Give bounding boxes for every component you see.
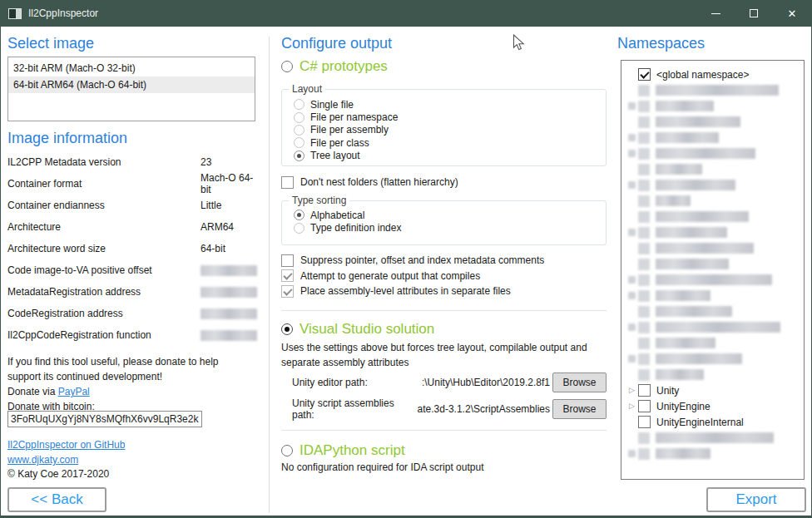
image-list-item[interactable]: 64-bit ARM64 (Mach-O 64-bit)	[8, 76, 255, 93]
redacted-checkbox	[638, 164, 650, 175]
browse-assemblies-button[interactable]: Browse	[552, 399, 607, 419]
radio-option[interactable]: Alphabetical	[294, 209, 603, 222]
namespace-item[interactable]	[621, 367, 804, 382]
namespace-item[interactable]	[621, 224, 804, 240]
namespace-item[interactable]	[621, 288, 804, 303]
namespace-item[interactable]	[621, 130, 804, 146]
radio-option[interactable]: Tree layout	[294, 150, 603, 162]
redacted-expander	[626, 150, 638, 157]
window-title: Il2CppInspector	[28, 7, 98, 19]
info-row: IL2CPP Metadata version23	[7, 151, 257, 173]
namespace-item[interactable]	[621, 146, 804, 161]
radio-option[interactable]: Single file	[294, 98, 603, 111]
flatten-checkbox-row[interactable]: Don't nest folders (flatten hierarchy)	[281, 175, 458, 190]
redacted-label	[656, 85, 779, 96]
maximize-button[interactable]	[735, 0, 773, 27]
namespace-item[interactable]	[621, 351, 804, 367]
namespace-item[interactable]	[621, 98, 804, 114]
checkbox-label: Suppress pointer, offset and index metad…	[300, 254, 544, 266]
redacted-expander-blob	[628, 292, 636, 299]
info-label: Code image-to-VA positive offset	[7, 264, 201, 276]
redacted-expander-blob	[628, 150, 636, 157]
namespace-list[interactable]: <global namespace>▷Unity▷UnityEngineUnit…	[621, 60, 805, 480]
info-label: Architecture word size	[7, 243, 201, 254]
namespace-item[interactable]	[621, 303, 804, 319]
export-button[interactable]: Export	[706, 487, 806, 512]
visual-studio-radio[interactable]: Visual Studio solution	[281, 318, 434, 340]
minimize-button[interactable]	[696, 0, 735, 27]
redacted-label	[656, 148, 755, 159]
radio-option[interactable]: File per class	[294, 136, 603, 149]
layout-groupbox-title: Layout	[289, 83, 325, 95]
back-button[interactable]: << Back	[7, 487, 106, 512]
namespace-item[interactable]	[621, 446, 804, 461]
checkbox-row[interactable]: Attempt to generate output that compiles	[281, 269, 544, 284]
checkbox-icon	[281, 285, 294, 298]
namespace-item[interactable]	[621, 193, 804, 209]
expander-icon: ▷	[626, 402, 638, 410]
info-row: Architecture word size64-bit	[7, 238, 257, 259]
namespace-item[interactable]	[621, 240, 804, 256]
info-row: MetadataRegistration address	[7, 281, 257, 303]
namespace-item[interactable]: UnityEngineInternal	[621, 414, 804, 430]
website-link[interactable]: www.djkaty.com	[7, 454, 78, 466]
namespace-item[interactable]	[621, 319, 804, 335]
namespace-item[interactable]	[621, 82, 804, 98]
checkbox-row[interactable]: Suppress pointer, offset and index metad…	[281, 253, 544, 269]
paypal-link[interactable]: PayPal	[58, 386, 90, 397]
image-list-item[interactable]: 32-bit ARM (Mach-O 32-bit)	[8, 60, 255, 76]
redacted-checkbox	[638, 211, 650, 223]
redacted-expander-blob	[628, 276, 636, 284]
app-icon	[8, 8, 22, 19]
radio-option-label: File per assembly	[310, 124, 389, 136]
redacted-label	[656, 432, 774, 443]
namespace-item[interactable]: <global namespace>	[621, 67, 804, 82]
titlebar[interactable]: Il2CppInspector ✕	[1, 0, 811, 27]
redacted-label	[656, 132, 719, 143]
radio-option[interactable]: Type definition index	[294, 222, 603, 235]
radio-icon	[294, 125, 304, 136]
unity-editor-path-value[interactable]: :\Unity\Hub\Editor\2019.2.8f1	[400, 377, 550, 388]
bitcoin-address-input[interactable]	[7, 411, 202, 427]
namespace-checkbox[interactable]	[638, 68, 651, 81]
namespace-item[interactable]	[621, 335, 804, 351]
namespace-item[interactable]	[621, 209, 804, 224]
close-button[interactable]: ✕	[773, 0, 811, 27]
redacted-checkbox	[638, 448, 650, 460]
namespace-item[interactable]	[621, 256, 804, 272]
image-list[interactable]: 32-bit ARM (Mach-O 32-bit)64-bit ARM64 (…	[7, 57, 255, 121]
namespace-label: <global namespace>	[656, 69, 749, 81]
column-separator	[269, 37, 270, 513]
namespace-item[interactable]: ▷Unity	[621, 382, 804, 398]
browse-editor-button[interactable]: Browse	[552, 372, 607, 392]
redacted-expander-blob	[628, 181, 636, 189]
namespace-checkbox[interactable]	[638, 384, 651, 397]
namespace-item[interactable]	[621, 430, 804, 446]
namespace-item[interactable]	[621, 272, 804, 288]
redacted-label	[656, 274, 772, 285]
namespace-item[interactable]	[621, 177, 804, 193]
namespace-item[interactable]	[621, 161, 804, 177]
namespace-checkbox[interactable]	[638, 400, 651, 412]
select-image-panel: Select image 32-bit ARM (Mach-O 32-bit)6…	[7, 27, 257, 516]
unity-assemblies-path-value[interactable]: ate.3d-3.1.2\ScriptAssemblies	[400, 403, 550, 415]
namespace-item[interactable]	[621, 114, 804, 130]
app-icon-left	[9, 9, 16, 18]
checkbox-label: Place assembly-level attributes in separ…	[300, 285, 511, 297]
redacted-label	[656, 180, 735, 190]
radio-option[interactable]: File per namespace	[294, 111, 603, 123]
app-icon-right	[16, 9, 21, 18]
section-divider-1	[281, 310, 607, 311]
idapython-radio[interactable]: IDAPython script	[281, 440, 405, 461]
checkbox-row[interactable]: Place assembly-level attributes in separ…	[281, 284, 544, 299]
redacted-label	[656, 290, 710, 301]
namespace-item[interactable]: ▷UnityEngine	[621, 398, 804, 414]
namespace-checkbox[interactable]	[638, 416, 651, 428]
radio-option-label: File per namespace	[310, 111, 398, 123]
redacted-checkbox	[638, 243, 650, 254]
github-link[interactable]: Il2CppInspector on GitHub	[7, 439, 125, 451]
csharp-prototypes-radio[interactable]: C# prototypes	[281, 56, 388, 77]
radio-option[interactable]: File per assembly	[294, 124, 603, 136]
redacted-expander-blob	[628, 450, 636, 457]
image-info-heading: Image information	[7, 130, 127, 147]
